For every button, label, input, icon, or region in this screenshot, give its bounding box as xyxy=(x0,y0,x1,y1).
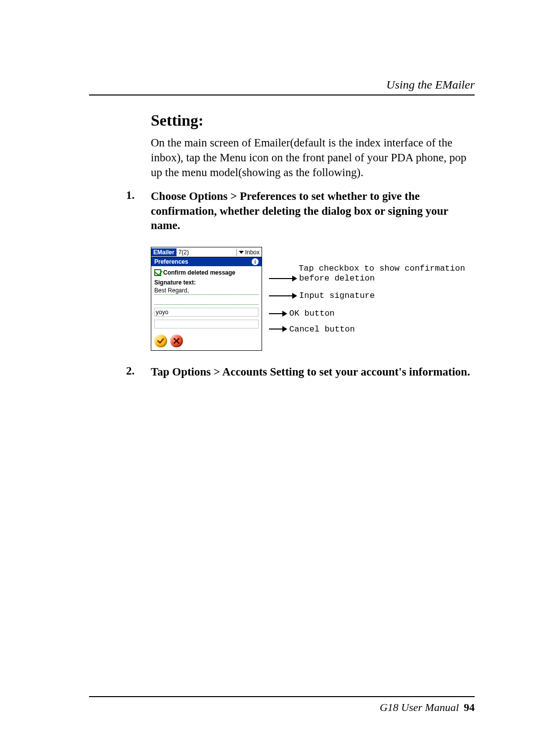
palm-titlebar: EMailer 7(2) Inbox xyxy=(151,247,262,257)
palm-pref-title: Preferences xyxy=(154,258,188,265)
callout-signature: Input signature xyxy=(269,291,465,301)
confirm-delete-row[interactable]: Confirm deleted message xyxy=(154,269,259,276)
section-heading: Setting: xyxy=(151,111,475,130)
step-1-text: Choose Options > Preferences to set whet… xyxy=(151,189,475,234)
chapter-title: Using the EMailer xyxy=(89,78,475,92)
arrow-icon xyxy=(269,329,286,330)
step-1-number: 1. xyxy=(89,189,151,234)
signature-name-field[interactable]: yoyo xyxy=(154,308,259,317)
callout-ok-text: OK button xyxy=(289,309,335,319)
header-rule xyxy=(89,94,475,95)
step-2-number: 2. xyxy=(89,365,151,379)
palm-screenshot: EMailer 7(2) Inbox Preferences i Confirm… xyxy=(151,247,262,351)
cancel-button[interactable] xyxy=(170,334,183,347)
arrow-icon xyxy=(269,295,296,296)
section-intro: On the main screen of Emailer(default is… xyxy=(151,136,475,180)
info-icon[interactable]: i xyxy=(252,258,259,265)
step-2: 2. Tap Options > Accounts Setting to set… xyxy=(89,365,475,379)
arrow-icon xyxy=(269,278,296,279)
callout-confirm-text-2: before deletion xyxy=(299,274,375,284)
check-icon xyxy=(157,337,165,345)
palm-app-name: EMailer xyxy=(151,248,177,256)
callout-group: Tap checkbox to show confirmation before… xyxy=(269,247,465,334)
palm-folder-label: Inbox xyxy=(245,249,260,256)
signature-field-1[interactable]: Best Regard, xyxy=(154,287,259,295)
ok-button[interactable] xyxy=(154,334,167,347)
x-icon xyxy=(173,337,180,345)
callout-confirm: Tap checkbox to show confirmation xyxy=(269,264,465,274)
footer-manual-name: G18 User Manual xyxy=(380,701,459,714)
callout-cancel: Cancel button xyxy=(269,325,465,334)
preferences-figure: EMailer 7(2) Inbox Preferences i Confirm… xyxy=(151,247,475,351)
signature-field-2[interactable] xyxy=(154,297,259,305)
checkbox-icon[interactable] xyxy=(154,269,161,276)
footer-rule xyxy=(89,696,475,697)
arrow-icon xyxy=(269,313,286,314)
palm-folder-dropdown[interactable]: Inbox xyxy=(236,249,262,256)
palm-dialog-title: Preferences i xyxy=(151,257,262,266)
callout-ok: OK button xyxy=(269,309,465,319)
step-1: 1. Choose Options > Preferences to set w… xyxy=(89,189,475,234)
footer: G18 User Manual 94 xyxy=(89,701,475,714)
confirm-delete-label: Confirm deleted message xyxy=(163,269,235,276)
callout-confirm-text-1: Tap checkbox to show confirmation xyxy=(299,264,465,274)
step-2-text: Tap Options > Accounts Setting to set yo… xyxy=(151,365,475,379)
dropdown-arrow-icon xyxy=(239,251,244,254)
signature-blank-field[interactable] xyxy=(154,320,259,329)
signature-label: Signature text: xyxy=(154,279,259,286)
palm-count: 7(2) xyxy=(177,249,191,256)
callout-signature-text: Input signature xyxy=(299,291,375,301)
callout-cancel-text: Cancel button xyxy=(289,325,355,334)
page-number: 94 xyxy=(464,701,475,714)
